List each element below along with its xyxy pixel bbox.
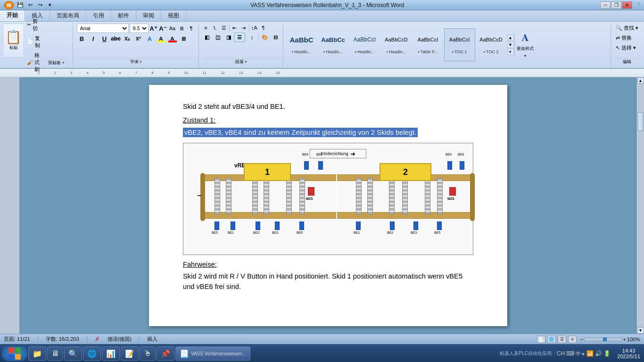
change-styles-btn[interactable]: 𝐀 更改样式 ▾ [514, 32, 536, 58]
svg-rect-3 [15, 354, 21, 360]
char-spacing-button[interactable]: ≣ [178, 24, 186, 33]
style-heading4[interactable]: AaBbCcD ▪ Headin... [381, 28, 412, 61]
help-icon[interactable]: ? [637, 1, 640, 9]
find-button[interactable]: 🔍 查找 ▾ [614, 24, 640, 33]
taskbar-explorer[interactable]: 📁 [28, 346, 46, 361]
view-print-button[interactable]: 📄 [537, 336, 545, 343]
borders-button[interactable]: ⊞ [179, 34, 189, 43]
font-name-select[interactable]: Arial [77, 24, 129, 33]
change-styles-label: 更改样式 [517, 46, 534, 52]
superscript-button[interactable]: X² [133, 34, 144, 43]
style-heading1[interactable]: AaBbC ▪ Headin... [286, 28, 317, 61]
zoom-in-button[interactable]: + [623, 337, 626, 342]
borders-para-button[interactable]: ⊟ [271, 33, 281, 42]
style-toc2[interactable]: AaBbCcD ▪ TOC 2 [476, 28, 507, 61]
align-right-button[interactable]: ◨ [223, 33, 234, 42]
taskbar-icon2: 🖥 [51, 349, 59, 358]
replace-button[interactable]: ⇌ 替换 [614, 33, 640, 42]
scroll-down-button[interactable]: ▼ [637, 327, 644, 334]
grow-font-button[interactable]: A⁺ [149, 24, 158, 33]
taskbar-item5[interactable]: 📊 [102, 346, 120, 361]
systray-battery-icon: 🔋 [603, 350, 611, 357]
clear-format-button[interactable]: Aa [168, 24, 177, 33]
clock-time: 14:43 [617, 348, 640, 354]
multilevel-button[interactable]: ☰ [220, 24, 228, 32]
styles-expand[interactable]: ▾ [507, 49, 514, 55]
undo-icon[interactable]: ↩ [26, 1, 34, 9]
strikethrough-button[interactable]: abc [111, 34, 121, 43]
align-center-button[interactable]: ◫ [213, 33, 223, 42]
taskbar: 📁 🖥 🔍 🌐 📊 📝 🖱 📌 📃 VASS Verfahrensweisen.… [0, 344, 644, 362]
zoom-thumb[interactable] [603, 337, 607, 341]
style-table[interactable]: AaBbCcI ▪ Table P... [413, 28, 444, 61]
sort-button[interactable]: ↕A [250, 24, 259, 32]
increase-indent-button[interactable]: ⇥ [239, 24, 248, 32]
styles-scroll-up[interactable]: ▲ [507, 34, 514, 41]
font-color-button[interactable]: A [167, 34, 178, 43]
show-hide-button[interactable]: ¶ [259, 24, 268, 32]
taskbar-item6[interactable]: 📝 [121, 346, 139, 361]
text-effects-button[interactable]: A [145, 34, 155, 43]
numbering-button[interactable]: ⒈ [211, 24, 219, 32]
tab-home[interactable]: 开始 [0, 10, 25, 21]
shading-button[interactable]: 🎨 [260, 33, 270, 42]
decrease-indent-button[interactable]: ⇤ [231, 24, 239, 32]
close-button[interactable]: ✕ [622, 1, 632, 9]
show-chars-button[interactable]: ¶ [187, 24, 196, 33]
insert-mode[interactable]: 插入 [147, 336, 157, 343]
subscript-button[interactable]: X₂ [122, 34, 132, 43]
belt-bottom [201, 212, 475, 219]
label-be5-left: BE5 [212, 231, 218, 234]
start-button[interactable] [2, 346, 27, 361]
doc-scroll-area[interactable]: Skid 2 steht auf vBE3/4 und BE1. Zustand… [20, 77, 636, 334]
customize-icon[interactable]: ▾ [46, 1, 54, 9]
shrink-font-button[interactable]: A⁻ [159, 24, 167, 33]
tab-view[interactable]: 视图 [161, 10, 186, 21]
zoom-slider[interactable] [584, 337, 622, 341]
taskbar-item8[interactable]: 📌 [157, 346, 174, 361]
save-icon[interactable]: 💾 [16, 1, 25, 9]
copy-button[interactable]: 📄 复制 [25, 34, 42, 50]
paste-button[interactable]: 📋 粘贴 [3, 24, 24, 58]
taskbar-item7[interactable]: 🖱 [140, 346, 156, 361]
redo-icon[interactable]: ↪ [36, 1, 44, 9]
taskbar-item3[interactable]: 🔍 [64, 346, 82, 361]
style-heading3[interactable]: AaBbCcI ▪ Headin... [349, 28, 380, 61]
styles-scroll-down[interactable]: ▼ [507, 41, 514, 48]
scroll-up-button[interactable]: ▲ [637, 77, 644, 84]
font-size-select[interactable]: 9.5 [130, 24, 149, 33]
view-outline-button[interactable]: ☰ [558, 336, 566, 343]
minimize-button[interactable]: ─ [600, 1, 611, 9]
editing-btns: 🔍 查找 ▾ ⇌ 替换 ↖ 选择 ▾ [614, 24, 640, 58]
spell-check-icon[interactable]: ✗ [95, 336, 100, 343]
bullets-button[interactable]: ≡ [202, 24, 210, 32]
style-toc1[interactable]: AaBbCcI ▪ TOC 1 [444, 28, 475, 61]
zoom-out-button[interactable]: − [580, 337, 583, 342]
tab-mail[interactable]: 邮件 [111, 10, 136, 21]
font-group-label: 字体 ▾ [77, 58, 196, 66]
scroll-thumb[interactable] [638, 112, 644, 131]
taskbar-item4[interactable]: 🌐 [83, 346, 101, 361]
tab-review[interactable]: 审阅 [136, 10, 161, 21]
select-button[interactable]: ↖ 选择 ▾ [614, 43, 640, 52]
underline-button[interactable]: U [99, 34, 110, 43]
italic-button[interactable]: I [88, 34, 99, 43]
cut-button[interactable]: ✂ 剪切 [25, 17, 42, 33]
highlight-button[interactable]: A [156, 34, 166, 43]
justify-button[interactable]: ☰ [234, 33, 245, 42]
style-heading2[interactable]: AaBbCc ▪ Headin... [318, 28, 349, 61]
mzs-right-label: MZS [447, 197, 454, 200]
tab-references[interactable]: 引用 [86, 10, 111, 21]
systray-input-icon: ⌨ [566, 350, 574, 357]
taskbar-word[interactable]: 📃 VASS Verfahrensweisen... [175, 346, 250, 361]
left-tick [198, 195, 201, 196]
align-left-button[interactable]: ◧ [202, 33, 212, 42]
taskbar-item2[interactable]: 🖥 [47, 346, 63, 361]
view-draft-button[interactable]: ≡ [568, 336, 577, 343]
tab-page-layout[interactable]: 页面布局 [50, 10, 86, 21]
paragraph-group: ≡ ⒈ ☰ ⇤ ⇥ ↕A ¶ ◧ ◫ ◨ ☰ ↕ 🎨 ⊟ 段落 [200, 23, 283, 67]
bold-button[interactable]: B [77, 34, 87, 43]
restore-button[interactable]: ❐ [611, 1, 621, 9]
line-spacing-button[interactable]: ↕ [247, 33, 257, 42]
view-web-button[interactable]: 🌐 [547, 336, 556, 343]
